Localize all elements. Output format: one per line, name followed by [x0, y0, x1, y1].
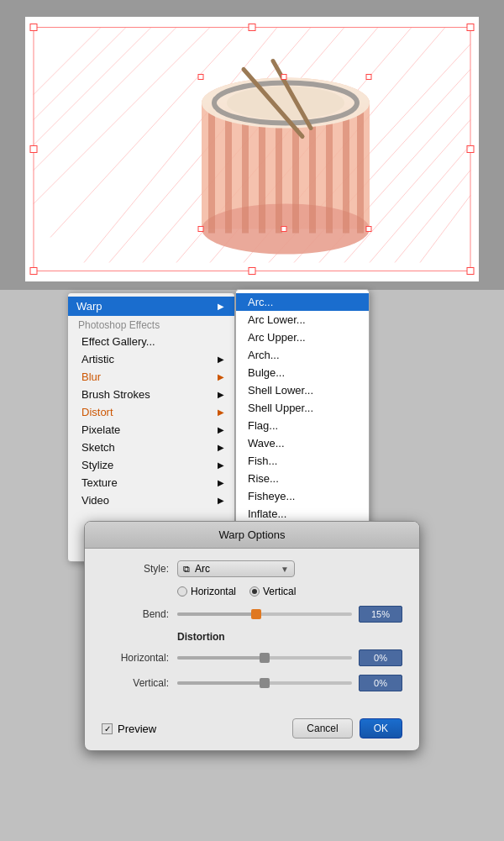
- bend-slider-fill: [177, 612, 256, 616]
- sketch-item[interactable]: Sketch ▶: [68, 439, 234, 456]
- shell-upper-item[interactable]: Shell Upper...: [236, 399, 369, 417]
- preview-checkbox-row: ✓ Preview: [102, 723, 156, 735]
- svg-line-9: [34, 28, 151, 145]
- svg-rect-50: [281, 75, 286, 80]
- arc-upper-item[interactable]: Arc Upper...: [236, 329, 369, 346]
- svg-line-27: [34, 28, 101, 95]
- svg-rect-3: [467, 24, 474, 31]
- preview-checkbox[interactable]: ✓: [102, 723, 113, 734]
- svg-rect-1: [30, 24, 37, 31]
- brush-strokes-label: Brush Strokes: [81, 388, 150, 401]
- pixelate-arrow: ▶: [218, 425, 224, 434]
- blur-item[interactable]: Blur ▶: [68, 368, 234, 386]
- v-distortion-slider-track[interactable]: [177, 681, 352, 685]
- texture-item[interactable]: Texture ▶: [68, 474, 234, 491]
- ok-button[interactable]: OK: [360, 718, 402, 739]
- h-distortion-thumb[interactable]: [260, 653, 270, 663]
- svg-rect-2: [249, 24, 255, 31]
- artistic-arrow: ▶: [218, 355, 224, 364]
- stylize-item[interactable]: Stylize ▶: [68, 456, 234, 474]
- v-distortion-fill: [177, 681, 265, 685]
- svg-rect-48: [198, 227, 203, 232]
- brush-strokes-item[interactable]: Brush Strokes ▶: [68, 386, 234, 403]
- svg-line-10: [34, 28, 176, 171]
- fisheye-item[interactable]: Fisheye...: [236, 487, 369, 505]
- texture-label: Texture: [81, 476, 118, 489]
- video-arrow: ▶: [218, 496, 224, 505]
- style-select[interactable]: ⧉ Arc ▼: [177, 560, 295, 577]
- svg-rect-38: [326, 108, 333, 234]
- distort-item[interactable]: Distort ▶: [68, 403, 234, 421]
- svg-rect-39: [343, 108, 349, 234]
- artistic-item[interactable]: Artistic ▶: [68, 350, 234, 368]
- inflate-item[interactable]: Inflate...: [236, 505, 369, 523]
- rise-item[interactable]: Rise...: [236, 470, 369, 487]
- bend-slider-thumb[interactable]: [251, 609, 261, 619]
- video-item[interactable]: Video ▶: [68, 491, 234, 509]
- dropdown-arrow-icon: ▼: [281, 565, 289, 574]
- canvas-inner: [25, 17, 479, 281]
- bend-slider-container: [177, 606, 402, 623]
- sketch-arrow: ▶: [218, 443, 224, 452]
- preview-label: Preview: [118, 723, 156, 735]
- horizontal-radio-circle: [177, 586, 187, 597]
- vertical-radio-label: Vertical: [263, 586, 296, 597]
- flag-item[interactable]: Flag...: [236, 417, 369, 434]
- svg-rect-32: [225, 108, 232, 234]
- vertical-radio[interactable]: Vertical: [249, 586, 296, 597]
- warp-options-dialog: Warp Options Style: ⧉ Arc ▼ Horizontal: [84, 521, 420, 751]
- svg-line-24: [395, 171, 470, 263]
- h-distortion-value-input[interactable]: [359, 649, 402, 666]
- effect-gallery-label: Effect Gallery...: [81, 335, 155, 348]
- bulge-item[interactable]: Bulge...: [236, 364, 369, 381]
- style-icon: ⧉: [183, 564, 190, 575]
- video-label: Video: [81, 494, 109, 507]
- dialog-body: Style: ⧉ Arc ▼ Horizontal Vertical: [85, 549, 419, 712]
- bend-label: Bend:: [102, 608, 169, 620]
- canvas-area: [0, 0, 504, 290]
- fish-item[interactable]: Fish...: [236, 452, 369, 470]
- pixelate-label: Pixelate: [81, 423, 120, 436]
- svg-rect-7: [249, 268, 255, 275]
- svg-rect-31: [208, 108, 215, 234]
- pixelate-item[interactable]: Pixelate ▶: [68, 421, 234, 439]
- bend-slider-track[interactable]: [177, 612, 352, 616]
- wave-item[interactable]: Wave...: [236, 434, 369, 452]
- svg-rect-4: [30, 146, 37, 153]
- svg-rect-49: [366, 227, 371, 232]
- bend-value-input[interactable]: [359, 606, 402, 623]
- h-distortion-slider-container: [177, 649, 402, 666]
- v-distortion-thumb[interactable]: [260, 678, 270, 688]
- svg-line-23: [370, 145, 470, 263]
- blur-arrow: ▶: [218, 372, 224, 381]
- dialog-overlay: Warp Options Style: ⧉ Arc ▼ Horizontal: [84, 521, 420, 751]
- svg-rect-46: [198, 75, 203, 80]
- svg-rect-5: [467, 146, 474, 153]
- brush-strokes-arrow: ▶: [218, 390, 224, 399]
- effect-gallery-item[interactable]: Effect Gallery...: [68, 333, 234, 350]
- distort-label: Distort: [81, 406, 113, 418]
- style-value: Arc: [195, 563, 210, 575]
- h-distortion-slider-track[interactable]: [177, 656, 352, 660]
- dialog-footer: ✓ Preview Cancel OK: [85, 712, 419, 750]
- v-distortion-row: Vertical:: [102, 675, 402, 691]
- dialog-title: Warp Options: [85, 522, 419, 549]
- stylize-arrow: ▶: [218, 460, 224, 470]
- horizontal-radio[interactable]: Horizontal: [177, 586, 236, 597]
- arc-item[interactable]: Arc...: [236, 293, 369, 311]
- v-distortion-slider-container: [177, 675, 402, 691]
- h-distortion-row: Horizontal:: [102, 649, 402, 666]
- photoshop-effects-label: Photoshop Effects: [68, 316, 234, 333]
- style-row: Style: ⧉ Arc ▼: [102, 560, 402, 577]
- svg-rect-8: [467, 268, 474, 275]
- arc-lower-item[interactable]: Arc Lower...: [236, 311, 369, 329]
- svg-rect-51: [281, 227, 286, 232]
- canvas-svg: [25, 17, 479, 281]
- shell-lower-item[interactable]: Shell Lower...: [236, 381, 369, 399]
- arch-item[interactable]: Arch...: [236, 346, 369, 364]
- v-distortion-value-input[interactable]: [359, 675, 402, 691]
- warp-submenu-arrow: ▶: [218, 302, 224, 311]
- warp-menu-header[interactable]: Warp ▶: [68, 297, 234, 316]
- sketch-label: Sketch: [81, 441, 115, 454]
- cancel-button[interactable]: Cancel: [292, 718, 352, 739]
